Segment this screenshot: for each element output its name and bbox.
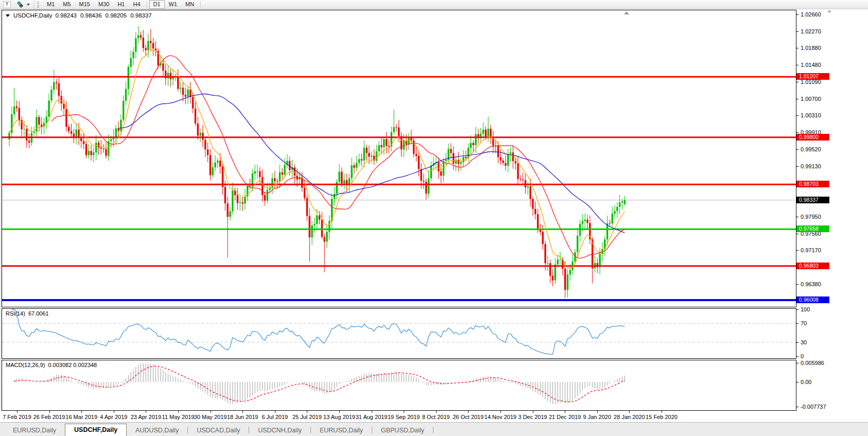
candle-body [182,88,184,95]
tab-usdchf-daily[interactable]: USDCHF,Daily [65,424,127,436]
candle-body [130,58,131,67]
candle-body [267,190,268,201]
macd-label: MACD(12,26,9)0.003082 0.002348 [6,362,97,368]
date-axis-label: 21 Dec 2019 [549,414,581,420]
candle-body [314,224,315,225]
price-axis-tick: 1.01880 [801,45,821,51]
tab-audusd-daily[interactable]: AUDUSD,Daily [127,426,187,436]
candle-body [540,230,541,232]
timeframe-button-w1[interactable]: W1 [165,0,182,9]
timeframe-button-m5[interactable]: M5 [59,0,75,9]
text-tool-button[interactable]: T [1,1,13,8]
date-axis[interactable]: 7 Feb 201926 Feb 201916 Mar 20194 Apr 20… [0,411,796,422]
date-axis-label: 14 Nov 2019 [484,414,516,420]
candle-body [512,152,514,161]
candle-body [462,157,464,162]
candle-body [197,124,199,136]
candle-body [16,107,18,108]
symbol-period-label: USDCHF,Daily [13,12,52,19]
terminal-window: T M1M5M15M30H1H4D1W1MN USDCHF,Daily 0.98… [0,0,868,436]
date-tick-mark [597,411,598,413]
tab-gbpusd-daily[interactable]: GBPUSD,Daily [372,426,433,436]
candle-body [93,152,94,155]
candle-body [569,270,571,274]
candle-body [534,209,536,214]
candle-body [485,130,487,137]
date-tick-mark [468,411,468,413]
macd-plot[interactable] [2,360,796,410]
candle-body [195,109,196,124]
price-axis-tick: 1.02270 [801,28,821,34]
timeframe-button-h1[interactable]: H1 [113,0,129,9]
candle-body [609,223,611,224]
candle-body [614,211,615,214]
candle-body [490,129,491,137]
price-tick-mark [796,217,798,217]
price-tick-mark [796,132,798,133]
candle-body [33,132,35,133]
candle-body [120,120,121,131]
candle-body [420,169,422,181]
toolbar-grip[interactable] [38,2,40,8]
candle-body [465,157,466,158]
timeframe-button-m30[interactable]: M30 [94,0,113,9]
candle-body [552,276,553,281]
price-chart-panel[interactable]: USDCHF,Daily 0.98243 0.98436 0.98205 0.9… [2,10,796,307]
price-axis-tick: 1.00310 [801,112,821,118]
tab-eurusd-daily[interactable]: EURUSD,Daily [4,426,65,436]
timeframe-button-d1[interactable]: D1 [149,0,165,9]
timeframe-button-m15[interactable]: M15 [75,0,94,9]
candle-body [341,171,342,183]
candle-body [567,274,568,290]
price-axis[interactable]: 1.026601.022701.018801.014801.010901.007… [796,9,868,422]
candle-body [368,153,370,156]
rsi-plot[interactable] [2,309,796,358]
tab-usdcad-daily[interactable]: USDCAD,Daily [188,426,249,436]
objects-tool-button[interactable] [14,1,32,8]
candle-body [316,215,318,224]
candle-body [453,153,454,163]
date-axis-label: 6 Jul 2019 [262,414,288,420]
candle-body [425,182,427,194]
rsi-tick-mark [796,323,798,324]
arrows-icon [16,1,25,8]
candle-body [428,178,429,194]
dropdown-caret-icon[interactable] [6,14,10,17]
rsi-tick-mark [796,309,798,310]
date-axis-label: 28 Jan 2020 [614,414,645,420]
timeframe-button-h4[interactable]: H4 [129,0,144,9]
price-axis-tick: 0.99520 [801,146,821,152]
candle-body [95,143,97,152]
candle-body [214,163,216,167]
candle-body [162,63,164,71]
price-tick-mark [796,31,798,32]
tab-eurusd-daily[interactable]: EURUSD,Daily [311,426,372,436]
chart-shift-marker[interactable] [624,11,629,14]
candle-body [276,181,278,182]
candle-body [210,155,211,175]
candle-body [445,160,447,161]
price-tick-mark [796,284,798,285]
date-axis-label: 18 Jun 2019 [227,414,258,420]
timeframe-button-m1[interactable]: M1 [43,0,59,9]
candle-body [438,162,439,171]
candle-body [140,35,142,38]
candle-body [473,143,474,145]
candle-body [470,143,472,148]
candle-body [239,202,241,203]
tab-usdcnh-daily[interactable]: USDCNH,Daily [249,426,310,436]
candle-body [50,90,52,100]
rsi-panel[interactable]: RSI(14)67.0061 [2,308,796,359]
macd-histogram [14,363,625,404]
candle-body [284,165,285,175]
candle-body [38,117,40,125]
date-axis-label: 7 Feb 2019 [3,414,31,420]
candle-body [559,259,561,260]
candle-body [180,88,181,89]
tab-separator [433,427,433,433]
candle-body [530,186,531,199]
candlestick-chart[interactable] [2,10,796,307]
candle-body [145,48,146,50]
timeframe-button-mn[interactable]: MN [181,0,198,9]
macd-panel[interactable]: MACD(12,26,9)0.003082 0.002348 [2,360,796,411]
